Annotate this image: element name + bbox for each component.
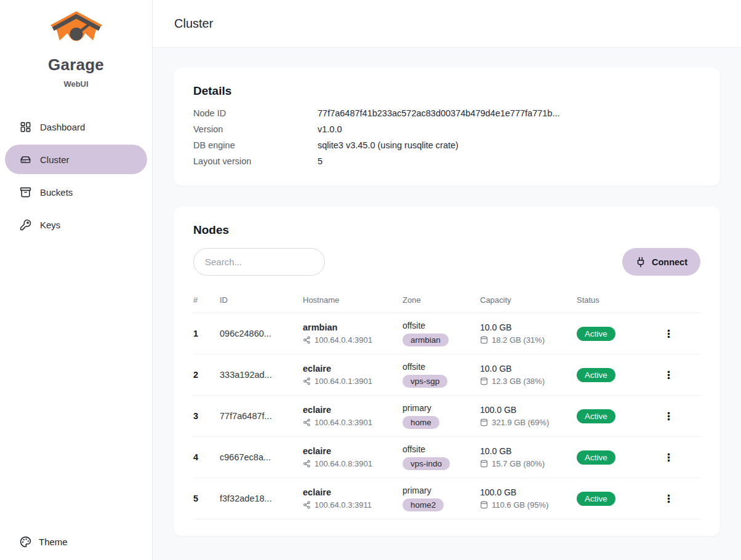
plug-icon — [635, 257, 646, 268]
theme-button[interactable]: Theme — [20, 536, 68, 548]
node-zone: offsite — [403, 362, 480, 372]
status-badge: Active — [577, 409, 615, 423]
node-capacity: 10.0 GB — [480, 446, 577, 456]
share-nodes-icon — [303, 418, 311, 426]
table-row: 5 f3f32ade18... eclaire 100.64.0.3:3911 — [193, 478, 700, 519]
sidebar-item-buckets[interactable]: Buckets — [5, 177, 147, 207]
node-zone: offsite — [403, 321, 480, 330]
sidebar-item-keys[interactable]: Keys — [5, 210, 147, 239]
sidebar-item-dashboard[interactable]: Dashboard — [5, 112, 147, 142]
node-used-line: 321.9 GB (69%) — [480, 418, 577, 427]
kebab-menu-icon[interactable]: ⋮ — [657, 450, 680, 465]
node-zone: offsite — [403, 444, 480, 454]
node-zone: primary — [403, 403, 480, 413]
sidebar-nav: Dashboard Cluster Buckets — [0, 112, 152, 239]
table-row: 3 77f7a6487f... eclaire 100.64.0.3:3901 — [193, 396, 700, 437]
search-input[interactable] — [193, 248, 325, 276]
node-address-line: 100.64.0.1:3901 — [303, 377, 403, 386]
share-nodes-icon — [303, 336, 311, 344]
table-header-row: # ID Hostname Zone Capacity Status — [193, 292, 700, 313]
node-zone-tag-badge: armbian — [403, 334, 449, 346]
topbar: Cluster — [153, 0, 741, 48]
node-address: 100.64.0.1:3901 — [314, 377, 372, 386]
connect-button[interactable]: Connect — [622, 248, 700, 276]
node-hostname: armbian — [303, 322, 403, 332]
node-capacity: 10.0 GB — [480, 322, 577, 332]
database-icon — [480, 501, 488, 509]
app-root: Garage WebUI Dashboard Cluster — [0, 0, 741, 560]
share-nodes-icon — [303, 460, 311, 468]
kebab-menu-icon[interactable]: ⋮ — [657, 326, 680, 342]
share-nodes-icon — [303, 501, 311, 509]
node-hostname: eclaire — [303, 405, 403, 415]
detail-value: v1.0.0 — [318, 124, 342, 134]
node-number: 2 — [193, 354, 220, 396]
node-capacity: 100.0 GB — [480, 487, 577, 497]
node-zone-tag-badge: home2 — [403, 498, 444, 511]
detail-label: Version — [193, 124, 318, 134]
node-number: 4 — [193, 437, 220, 478]
node-address-line: 100.64.0.3:3901 — [303, 418, 403, 427]
node-id: c9667ec8a... — [220, 437, 303, 478]
node-address-line: 100.64.0.3:3911 — [303, 500, 403, 510]
sidebar-item-label: Buckets — [40, 187, 73, 198]
database-icon — [480, 460, 488, 468]
sidebar-item-label: Dashboard — [40, 122, 85, 132]
palette-icon — [20, 536, 31, 548]
details-title: Details — [193, 84, 700, 98]
dashboard-grid-icon — [20, 121, 31, 133]
node-id: 096c24860... — [220, 313, 303, 354]
kebab-menu-icon[interactable]: ⋮ — [657, 491, 680, 506]
nodes-toolbar: Connect — [193, 248, 700, 276]
connect-label: Connect — [652, 257, 687, 267]
kebab-menu-icon[interactable]: ⋮ — [657, 367, 680, 383]
sidebar: Garage WebUI Dashboard Cluster — [0, 0, 153, 560]
node-zone-tag-badge: vps-sgp — [403, 375, 447, 388]
node-hostname: eclaire — [303, 364, 403, 374]
nodes-title: Nodes — [193, 223, 700, 237]
detail-value: 5 — [318, 156, 322, 166]
main-area: Cluster Details Node ID 77f7a6487f41b233… — [153, 0, 741, 560]
sidebar-item-cluster[interactable]: Cluster — [5, 145, 147, 174]
detail-label: Layout version — [193, 156, 318, 166]
database-icon — [480, 336, 488, 344]
node-address-line: 100.64.0.8:3901 — [303, 459, 403, 468]
node-hostname: eclaire — [303, 446, 403, 456]
table-row: 1 096c24860... armbian 100.64.0.4:3901 — [193, 313, 700, 354]
node-number: 3 — [193, 396, 220, 437]
archive-box-icon — [20, 186, 31, 198]
brand-subtitle: WebUI — [0, 79, 152, 89]
column-header-num: # — [193, 292, 220, 313]
node-id: 333a192ad... — [220, 354, 303, 396]
column-header-capacity: Capacity — [480, 292, 577, 313]
hard-drive-icon — [20, 154, 31, 166]
node-id: f3f32ade18... — [220, 478, 303, 519]
node-address: 100.64.0.3:3911 — [314, 500, 372, 510]
node-used: 321.9 GB (69%) — [492, 418, 549, 427]
status-badge: Active — [577, 368, 615, 382]
sidebar-item-label: Cluster — [40, 154, 70, 165]
node-hostname: eclaire — [303, 487, 403, 497]
kebab-menu-icon[interactable]: ⋮ — [657, 409, 680, 424]
detail-value: 77f7a6487f41b233ac572ac83d00374b479d4e1e… — [318, 108, 560, 118]
node-zone-tag-badge: home — [403, 416, 439, 429]
node-address: 100.64.0.8:3901 — [314, 459, 372, 468]
node-capacity: 10.0 GB — [480, 364, 577, 374]
node-address: 100.64.0.3:3901 — [314, 418, 372, 427]
nodes-card: Nodes Connect — [174, 207, 720, 536]
database-icon — [480, 418, 488, 426]
brand-title: Garage — [0, 55, 152, 74]
detail-row-version: Version v1.0.0 — [193, 121, 700, 137]
brand: Garage WebUI — [0, 0, 152, 89]
node-capacity: 100.0 GB — [480, 405, 577, 415]
node-address: 100.64.0.4:3901 — [314, 335, 372, 345]
node-used-line: 15.7 GB (80%) — [480, 459, 577, 468]
node-zone-tag-badge: vps-indo — [403, 457, 450, 470]
column-header-status: Status — [577, 292, 657, 313]
node-used-line: 12.3 GB (38%) — [480, 377, 577, 386]
node-number: 5 — [193, 478, 220, 519]
node-used: 15.7 GB (80%) — [492, 459, 545, 468]
sidebar-item-label: Keys — [40, 220, 60, 230]
node-used: 18.2 GB (31%) — [492, 335, 545, 345]
content: Details Node ID 77f7a6487f41b233ac572ac8… — [153, 48, 741, 560]
